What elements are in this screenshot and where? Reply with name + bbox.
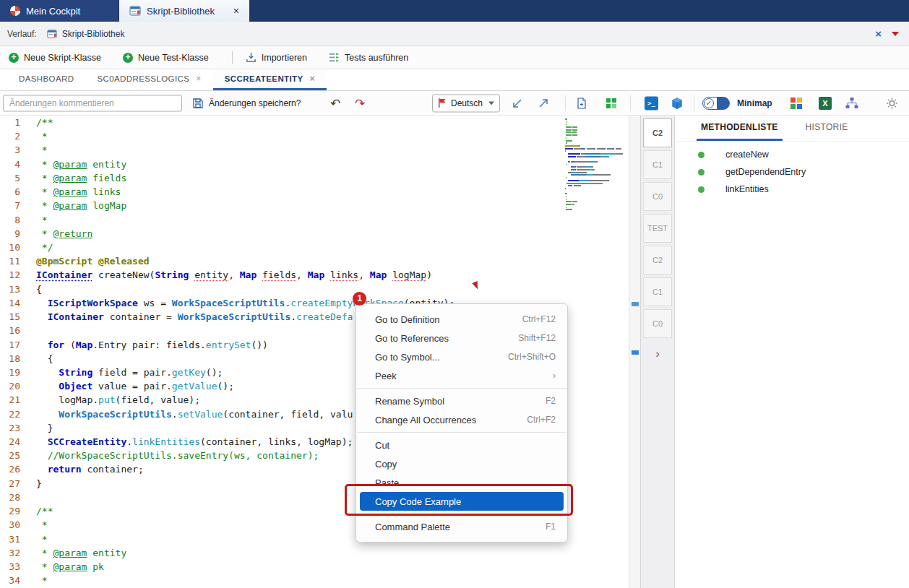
code-line[interactable]: * bbox=[36, 213, 564, 227]
code-line[interactable]: * @param pk bbox=[36, 560, 564, 574]
coverage-tab-c1-1[interactable]: C1 bbox=[643, 150, 672, 179]
redo-icon[interactable]: ↷ bbox=[355, 97, 365, 109]
close-icon[interactable]: × bbox=[310, 74, 315, 84]
coverage-tab-c2-0[interactable]: C2 bbox=[643, 118, 672, 147]
menu-item-cut[interactable]: Cut bbox=[356, 436, 567, 454]
editor-toolbar: Änderungen speichern? ↶ ↷ Deutsch >_ bbox=[0, 91, 909, 116]
minimap-toggle[interactable]: ✓ bbox=[702, 97, 730, 110]
code-line[interactable]: /** bbox=[36, 116, 564, 129]
new-document-icon[interactable] bbox=[576, 98, 587, 109]
menu-item-command-palette[interactable]: Command PaletteF1 bbox=[356, 517, 567, 536]
coverage-tab-c0-2[interactable]: C0 bbox=[643, 182, 672, 211]
tab-historie[interactable]: HISTORIE bbox=[801, 116, 853, 141]
save-changes-button[interactable]: Änderungen speichern? bbox=[192, 98, 301, 109]
run-tests-icon bbox=[329, 52, 340, 63]
code-line[interactable]: * bbox=[36, 574, 564, 587]
menu-item-shortcut: F1 bbox=[546, 522, 556, 532]
code-line[interactable]: @BpmScript @Released bbox=[36, 254, 564, 268]
history-link[interactable]: Skript-Bibliothek bbox=[62, 29, 125, 39]
menu-item-go-to-symbol[interactable]: Go to Symbol...Ctrl+Shift+O bbox=[356, 347, 567, 366]
annotation-highlight-box bbox=[345, 484, 573, 516]
doc-tab-sc0addresslogics[interactable]: SC0ADDRESSLOGICS× bbox=[85, 69, 212, 90]
toolbar-divider bbox=[694, 95, 694, 111]
menu-item-shortcut: Ctrl+F12 bbox=[522, 314, 556, 324]
tab-methodenliste[interactable]: METHODENLISTE bbox=[697, 116, 783, 141]
window-tab-skript-bibliothek[interactable]: Skript-Bibliothek × bbox=[119, 0, 249, 22]
doc-tab-dashboard[interactable]: DASHBOARD bbox=[7, 69, 85, 90]
code-line[interactable]: * @param fields bbox=[36, 171, 564, 185]
doc-tab-label: SCCREATEENTITY bbox=[225, 74, 303, 83]
code-line[interactable]: { bbox=[36, 282, 564, 296]
method-name: linkEntities bbox=[725, 184, 769, 194]
close-icon[interactable]: × bbox=[875, 27, 882, 40]
colors-icon[interactable] bbox=[790, 98, 802, 109]
line-number: 10 bbox=[0, 241, 29, 254]
code-line[interactable]: * bbox=[36, 129, 564, 143]
plus-icon: + bbox=[123, 53, 133, 63]
menu-item-rename-symbol[interactable]: Rename SymbolF2 bbox=[356, 392, 567, 410]
line-number: 29 bbox=[0, 504, 29, 518]
chevron-down-icon[interactable] bbox=[892, 32, 899, 36]
code-line[interactable]: * @param logMap bbox=[36, 199, 564, 212]
new-test-class-button[interactable]: + Neue Test-Klasse bbox=[123, 53, 209, 63]
line-number: 33 bbox=[0, 560, 29, 574]
coverage-tab-c1-5[interactable]: C1 bbox=[643, 277, 672, 306]
code-line[interactable]: * bbox=[36, 143, 564, 157]
terminal-icon[interactable]: >_ bbox=[645, 96, 658, 110]
menu-item-label: Command Palette bbox=[375, 522, 450, 532]
code-line[interactable]: */ bbox=[36, 241, 564, 254]
table-icon[interactable] bbox=[606, 98, 617, 109]
button-label: Neue Test-Klasse bbox=[138, 53, 209, 63]
hierarchy-icon[interactable] bbox=[845, 98, 858, 109]
import-button[interactable]: Importieren bbox=[246, 52, 307, 63]
language-select[interactable]: Deutsch bbox=[432, 94, 500, 112]
line-number: 17 bbox=[0, 338, 29, 352]
excel-icon[interactable]: X bbox=[819, 97, 832, 110]
save-label: Änderungen speichern? bbox=[209, 98, 301, 108]
method-list-item[interactable]: createNew bbox=[675, 146, 909, 163]
code-line[interactable]: * @return bbox=[36, 227, 564, 241]
script-library-icon bbox=[129, 5, 141, 17]
comment-input[interactable] bbox=[3, 95, 182, 111]
close-icon[interactable]: × bbox=[196, 74, 201, 84]
menu-item-label: Change All Occurrences bbox=[375, 415, 476, 425]
chevron-right-icon[interactable]: › bbox=[641, 347, 674, 361]
coverage-tab-c0-6[interactable]: C0 bbox=[643, 309, 672, 338]
code-line[interactable]: * @param entity bbox=[36, 546, 564, 560]
window-tab-bar: Mein Cockpit Skript-Bibliothek × bbox=[0, 0, 909, 22]
window-tab-mein-cockpit[interactable]: Mein Cockpit bbox=[0, 0, 119, 22]
new-script-class-button[interactable]: + Neue Skript-Klasse bbox=[9, 53, 101, 63]
package-icon[interactable] bbox=[671, 97, 684, 110]
collapse-icon[interactable] bbox=[512, 98, 523, 109]
minimap-label: Minimap bbox=[737, 98, 772, 108]
method-list-item[interactable]: getDependendEntry bbox=[675, 163, 909, 181]
menu-item-copy[interactable]: Copy bbox=[356, 454, 567, 473]
tab-label: METHODENLISTE bbox=[701, 122, 778, 132]
undo-icon[interactable]: ↶ bbox=[330, 97, 340, 109]
window-tab-label: Skript-Bibliothek bbox=[147, 6, 215, 17]
line-number: 1 bbox=[0, 116, 29, 129]
menu-item-peek[interactable]: Peek› bbox=[356, 366, 567, 385]
overview-ruler[interactable] bbox=[629, 116, 640, 588]
code-line[interactable]: IContainer createNew(String entity, Map … bbox=[36, 268, 564, 282]
method-name: getDependendEntry bbox=[725, 167, 806, 177]
code-line[interactable]: * @param links bbox=[36, 185, 564, 199]
code-line[interactable]: * @param entity bbox=[36, 157, 564, 171]
annotation-step-marker: 1 bbox=[353, 292, 366, 306]
menu-item-label: Peek bbox=[375, 371, 397, 381]
menu-item-go-to-definition[interactable]: Go to DefinitionCtrl+F12 bbox=[356, 310, 567, 329]
line-number: 24 bbox=[0, 435, 29, 449]
run-tests-button[interactable]: Tests ausführen bbox=[329, 52, 408, 63]
doc-tab-sccreateentity[interactable]: SCCREATEENTITY× bbox=[213, 69, 327, 90]
close-icon[interactable]: × bbox=[233, 6, 239, 16]
minimap[interactable] bbox=[565, 118, 627, 212]
window-tab-label: Mein Cockpit bbox=[26, 6, 80, 17]
settings-icon[interactable] bbox=[886, 97, 898, 109]
coverage-tab-c2-4[interactable]: C2 bbox=[643, 246, 672, 274]
menu-item-change-all-occurrences[interactable]: Change All OccurrencesCtrl+F2 bbox=[356, 410, 567, 429]
coverage-tab-test-3[interactable]: TEST bbox=[643, 214, 672, 243]
method-list-item[interactable]: linkEntities bbox=[675, 181, 909, 198]
expand-icon[interactable] bbox=[538, 98, 549, 109]
menu-item-go-to-references[interactable]: Go to ReferencesShift+F12 bbox=[356, 329, 567, 347]
line-number: 20 bbox=[0, 379, 29, 393]
